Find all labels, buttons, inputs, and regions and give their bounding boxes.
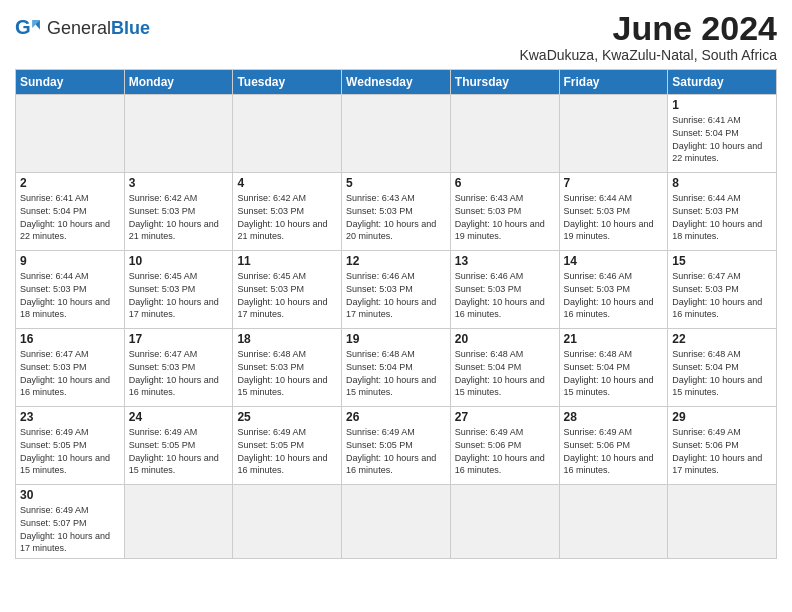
logo-blue-text: Blue [111,18,150,38]
calendar-cell-week5-3 [342,485,451,558]
logo: G GeneralBlue [15,14,150,42]
calendar-cell-week2-3: 12Sunrise: 6:46 AM Sunset: 5:03 PM Dayli… [342,251,451,329]
day-info: Sunrise: 6:49 AM Sunset: 5:06 PM Dayligh… [564,426,664,476]
day-number: 1 [672,98,772,112]
day-info: Sunrise: 6:45 AM Sunset: 5:03 PM Dayligh… [129,270,229,320]
calendar-table: Sunday Monday Tuesday Wednesday Thursday… [15,69,777,558]
day-info: Sunrise: 6:42 AM Sunset: 5:03 PM Dayligh… [129,192,229,242]
day-number: 29 [672,410,772,424]
day-info: Sunrise: 6:46 AM Sunset: 5:03 PM Dayligh… [564,270,664,320]
calendar-week-1: 2Sunrise: 6:41 AM Sunset: 5:04 PM Daylig… [16,173,777,251]
day-number: 13 [455,254,555,268]
calendar-cell-week3-6: 22Sunrise: 6:48 AM Sunset: 5:04 PM Dayli… [668,329,777,407]
header-tuesday: Tuesday [233,70,342,95]
day-info: Sunrise: 6:49 AM Sunset: 5:05 PM Dayligh… [129,426,229,476]
day-info: Sunrise: 6:41 AM Sunset: 5:04 PM Dayligh… [20,192,120,242]
calendar-cell-week2-2: 11Sunrise: 6:45 AM Sunset: 5:03 PM Dayli… [233,251,342,329]
day-info: Sunrise: 6:47 AM Sunset: 5:03 PM Dayligh… [672,270,772,320]
day-number: 21 [564,332,664,346]
header-row: Sunday Monday Tuesday Wednesday Thursday… [16,70,777,95]
calendar-week-3: 16Sunrise: 6:47 AM Sunset: 5:03 PM Dayli… [16,329,777,407]
calendar-cell-week4-2: 25Sunrise: 6:49 AM Sunset: 5:05 PM Dayli… [233,407,342,485]
day-number: 10 [129,254,229,268]
calendar-cell-week2-4: 13Sunrise: 6:46 AM Sunset: 5:03 PM Dayli… [450,251,559,329]
day-number: 17 [129,332,229,346]
calendar-cell-week0-2 [233,95,342,173]
day-number: 2 [20,176,120,190]
calendar-cell-week5-1 [124,485,233,558]
day-info: Sunrise: 6:46 AM Sunset: 5:03 PM Dayligh… [346,270,446,320]
day-number: 25 [237,410,337,424]
calendar-week-4: 23Sunrise: 6:49 AM Sunset: 5:05 PM Dayli… [16,407,777,485]
calendar-cell-week0-1 [124,95,233,173]
calendar-cell-week4-1: 24Sunrise: 6:49 AM Sunset: 5:05 PM Dayli… [124,407,233,485]
calendar-cell-week3-1: 17Sunrise: 6:47 AM Sunset: 5:03 PM Dayli… [124,329,233,407]
day-number: 7 [564,176,664,190]
day-info: Sunrise: 6:41 AM Sunset: 5:04 PM Dayligh… [672,114,772,164]
day-number: 24 [129,410,229,424]
day-info: Sunrise: 6:44 AM Sunset: 5:03 PM Dayligh… [564,192,664,242]
calendar-cell-week4-4: 27Sunrise: 6:49 AM Sunset: 5:06 PM Dayli… [450,407,559,485]
day-number: 14 [564,254,664,268]
day-number: 30 [20,488,120,502]
day-number: 28 [564,410,664,424]
calendar-cell-week3-4: 20Sunrise: 6:48 AM Sunset: 5:04 PM Dayli… [450,329,559,407]
day-number: 19 [346,332,446,346]
day-number: 20 [455,332,555,346]
day-info: Sunrise: 6:47 AM Sunset: 5:03 PM Dayligh… [129,348,229,398]
calendar-cell-week2-6: 15Sunrise: 6:47 AM Sunset: 5:03 PM Dayli… [668,251,777,329]
day-info: Sunrise: 6:48 AM Sunset: 5:03 PM Dayligh… [237,348,337,398]
day-number: 15 [672,254,772,268]
day-info: Sunrise: 6:42 AM Sunset: 5:03 PM Dayligh… [237,192,337,242]
calendar-cell-week4-0: 23Sunrise: 6:49 AM Sunset: 5:05 PM Dayli… [16,407,125,485]
calendar-cell-week1-1: 3Sunrise: 6:42 AM Sunset: 5:03 PM Daylig… [124,173,233,251]
header-monday: Monday [124,70,233,95]
day-info: Sunrise: 6:43 AM Sunset: 5:03 PM Dayligh… [346,192,446,242]
calendar-cell-week1-3: 5Sunrise: 6:43 AM Sunset: 5:03 PM Daylig… [342,173,451,251]
calendar-cell-week5-2 [233,485,342,558]
logo-icon: G [15,14,43,42]
calendar-cell-week1-2: 4Sunrise: 6:42 AM Sunset: 5:03 PM Daylig… [233,173,342,251]
calendar-cell-week5-6 [668,485,777,558]
logo-general-text: General [47,18,111,38]
calendar-cell-week3-0: 16Sunrise: 6:47 AM Sunset: 5:03 PM Dayli… [16,329,125,407]
calendar-cell-week0-5 [559,95,668,173]
day-info: Sunrise: 6:49 AM Sunset: 5:05 PM Dayligh… [237,426,337,476]
day-info: Sunrise: 6:44 AM Sunset: 5:03 PM Dayligh… [20,270,120,320]
calendar-cell-week1-4: 6Sunrise: 6:43 AM Sunset: 5:03 PM Daylig… [450,173,559,251]
calendar-week-2: 9Sunrise: 6:44 AM Sunset: 5:03 PM Daylig… [16,251,777,329]
calendar-cell-week4-6: 29Sunrise: 6:49 AM Sunset: 5:06 PM Dayli… [668,407,777,485]
calendar-cell-week0-0 [16,95,125,173]
svg-text:G: G [15,16,31,38]
month-title: June 2024 [519,10,777,47]
day-number: 12 [346,254,446,268]
day-number: 5 [346,176,446,190]
calendar-cell-week3-3: 19Sunrise: 6:48 AM Sunset: 5:04 PM Dayli… [342,329,451,407]
calendar-cell-week3-2: 18Sunrise: 6:48 AM Sunset: 5:03 PM Dayli… [233,329,342,407]
day-number: 9 [20,254,120,268]
day-info: Sunrise: 6:49 AM Sunset: 5:06 PM Dayligh… [455,426,555,476]
calendar-cell-week2-5: 14Sunrise: 6:46 AM Sunset: 5:03 PM Dayli… [559,251,668,329]
day-info: Sunrise: 6:48 AM Sunset: 5:04 PM Dayligh… [564,348,664,398]
calendar-cell-week1-5: 7Sunrise: 6:44 AM Sunset: 5:03 PM Daylig… [559,173,668,251]
day-info: Sunrise: 6:48 AM Sunset: 5:04 PM Dayligh… [672,348,772,398]
day-info: Sunrise: 6:44 AM Sunset: 5:03 PM Dayligh… [672,192,772,242]
day-number: 3 [129,176,229,190]
calendar-cell-week5-5 [559,485,668,558]
header-thursday: Thursday [450,70,559,95]
day-number: 11 [237,254,337,268]
header-wednesday: Wednesday [342,70,451,95]
day-info: Sunrise: 6:43 AM Sunset: 5:03 PM Dayligh… [455,192,555,242]
calendar-cell-week4-3: 26Sunrise: 6:49 AM Sunset: 5:05 PM Dayli… [342,407,451,485]
calendar-cell-week1-0: 2Sunrise: 6:41 AM Sunset: 5:04 PM Daylig… [16,173,125,251]
day-info: Sunrise: 6:46 AM Sunset: 5:03 PM Dayligh… [455,270,555,320]
calendar-week-5: 30Sunrise: 6:49 AM Sunset: 5:07 PM Dayli… [16,485,777,558]
calendar-week-0: 1Sunrise: 6:41 AM Sunset: 5:04 PM Daylig… [16,95,777,173]
calendar-cell-week2-0: 9Sunrise: 6:44 AM Sunset: 5:03 PM Daylig… [16,251,125,329]
day-info: Sunrise: 6:49 AM Sunset: 5:07 PM Dayligh… [20,504,120,554]
day-number: 27 [455,410,555,424]
location-title: KwaDukuza, KwaZulu-Natal, South Africa [519,47,777,63]
calendar-cell-week5-4 [450,485,559,558]
calendar-body: 1Sunrise: 6:41 AM Sunset: 5:04 PM Daylig… [16,95,777,558]
calendar-cell-week1-6: 8Sunrise: 6:44 AM Sunset: 5:03 PM Daylig… [668,173,777,251]
